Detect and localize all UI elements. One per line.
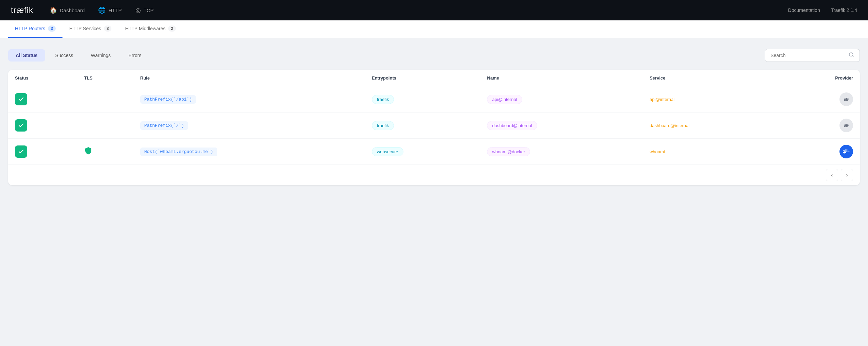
table-footer: ‹ › — [8, 165, 860, 185]
provider-docker-icon — [839, 145, 853, 158]
tabs-bar: HTTP Routers 3 HTTP Services 3 HTTP Midd… — [0, 20, 868, 38]
row-entrypoint: traefik — [365, 113, 481, 139]
row-entrypoint: websecure — [365, 139, 481, 165]
nav-item-tcp[interactable]: ◎ TCP — [130, 4, 159, 17]
table-row[interactable]: PathPrefix(`/api`) traefik api@internal … — [8, 86, 860, 113]
tab-services-badge: 3 — [104, 25, 112, 32]
row-name: whoami@docker — [480, 139, 643, 165]
row-status — [8, 86, 77, 113]
row-rule: PathPrefix(`/`) — [133, 113, 365, 139]
svg-line-1 — [852, 56, 853, 57]
table-body: PathPrefix(`/api`) traefik api@internal … — [8, 86, 860, 165]
row-name: dashboard@internal — [480, 113, 643, 139]
filter-success[interactable]: Success — [48, 49, 81, 62]
nav-label-dashboard: Dashboard — [60, 7, 85, 13]
main-content: All Status Success Warnings Errors Statu… — [0, 38, 868, 196]
row-tls — [77, 113, 133, 139]
tab-routers-label: HTTP Routers — [15, 26, 45, 31]
navbar: træfik 🏠 Dashboard 🌐 HTTP ◎ TCP Document… — [0, 0, 868, 20]
row-service: dashboard@internal — [643, 113, 779, 139]
pagination-prev[interactable]: ‹ — [826, 169, 838, 181]
logo[interactable]: træfik — [11, 5, 33, 15]
tab-http-middlewares[interactable]: HTTP Middlewares 2 — [118, 20, 182, 38]
provider-ae-icon: æ — [839, 92, 853, 106]
row-tls — [77, 86, 133, 113]
status-ok-icon — [15, 93, 27, 105]
row-status — [8, 113, 77, 139]
provider-ae-icon: æ — [839, 119, 853, 132]
tab-services-label: HTTP Services — [69, 26, 101, 31]
col-rule: Rule — [133, 70, 365, 86]
col-provider: Provider — [779, 70, 860, 86]
row-provider: æ — [779, 113, 860, 139]
nav-item-dashboard[interactable]: 🏠 Dashboard — [44, 4, 90, 17]
tab-routers-badge: 3 — [48, 25, 56, 32]
tls-shield-icon — [84, 148, 92, 156]
search-icon — [849, 52, 854, 59]
search-input[interactable] — [771, 53, 845, 58]
row-rule: Host(`whoami.erguotou.me`) — [133, 139, 365, 165]
col-entrypoints: Entrypoints — [365, 70, 481, 86]
tab-middlewares-label: HTTP Middlewares — [125, 26, 165, 31]
routers-table: Status TLS Rule Entrypoints Name Service… — [8, 70, 860, 165]
status-ok-icon — [15, 145, 27, 158]
col-name: Name — [480, 70, 643, 86]
tab-http-routers[interactable]: HTTP Routers 3 — [8, 20, 62, 38]
row-entrypoint: traefik — [365, 86, 481, 113]
search-box — [765, 49, 860, 62]
filter-warnings[interactable]: Warnings — [84, 49, 119, 62]
table-container: Status TLS Rule Entrypoints Name Service… — [8, 70, 860, 185]
row-provider — [779, 139, 860, 165]
row-name: api@internal — [480, 86, 643, 113]
tab-middlewares-badge: 2 — [168, 25, 176, 32]
col-tls: TLS — [77, 70, 133, 86]
filter-buttons: All Status Success Warnings Errors — [8, 49, 149, 62]
col-status: Status — [8, 70, 77, 86]
row-status — [8, 139, 77, 165]
documentation-link[interactable]: Documentation — [788, 7, 820, 13]
row-provider: æ — [779, 86, 860, 113]
version-label: Traefik 2.1.4 — [831, 7, 857, 13]
tab-http-services[interactable]: HTTP Services 3 — [62, 20, 119, 38]
logo-text: træfik — [11, 5, 33, 15]
filter-bar: All Status Success Warnings Errors — [8, 49, 860, 62]
filter-all-status[interactable]: All Status — [8, 49, 45, 62]
filter-errors[interactable]: Errors — [121, 49, 149, 62]
status-ok-icon — [15, 119, 27, 132]
table-row[interactable]: PathPrefix(`/`) traefik dashboard@intern… — [8, 113, 860, 139]
pagination-next[interactable]: › — [841, 169, 853, 181]
table-row[interactable]: Host(`whoami.erguotou.me`) websecure who… — [8, 139, 860, 165]
col-service: Service — [643, 70, 779, 86]
tcp-icon: ◎ — [135, 6, 141, 14]
nav-items: 🏠 Dashboard 🌐 HTTP ◎ TCP — [44, 4, 788, 17]
nav-right: Documentation Traefik 2.1.4 — [788, 7, 857, 13]
table-header: Status TLS Rule Entrypoints Name Service… — [8, 70, 860, 86]
nav-label-http: HTTP — [108, 7, 122, 13]
row-service: whoami — [643, 139, 779, 165]
nav-label-tcp: TCP — [144, 7, 154, 13]
globe-icon: 🌐 — [98, 6, 106, 14]
row-rule: PathPrefix(`/api`) — [133, 86, 365, 113]
row-service: api@internal — [643, 86, 779, 113]
home-icon: 🏠 — [50, 6, 57, 14]
row-tls — [77, 139, 133, 165]
nav-item-http[interactable]: 🌐 HTTP — [93, 4, 127, 17]
